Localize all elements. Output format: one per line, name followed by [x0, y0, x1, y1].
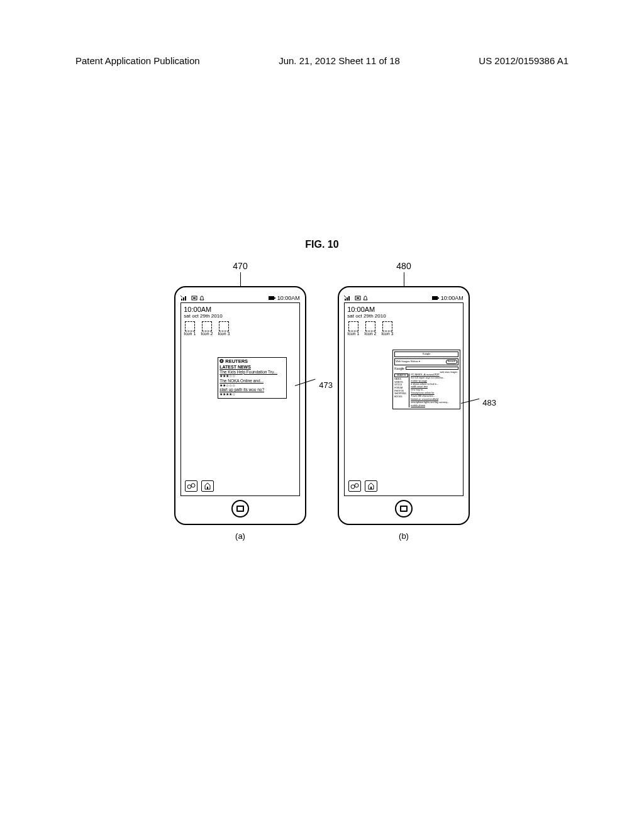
svg-point-11	[351, 485, 355, 489]
bell-icon	[363, 296, 368, 301]
device-a: 10:00AM 10:00AM sat oct 29th 2010 Icon 1…	[174, 286, 306, 525]
globe-icon: ❂	[219, 359, 224, 365]
header-right: US 2012/0159386 A1	[479, 55, 569, 66]
ref-label-a: 470	[233, 261, 247, 271]
dock-icon-2[interactable]	[201, 480, 214, 492]
app-icon-1[interactable]: Icon 1	[347, 321, 359, 336]
search-button[interactable]: Search	[446, 360, 458, 364]
svg-rect-9	[432, 296, 438, 300]
device-a-wrap: 470 10:00AM	[174, 261, 306, 541]
app-icon-row: Icon 1 Icon 2 Icon 3	[347, 321, 460, 336]
wifi-icon	[191, 296, 197, 301]
status-bar: 10:00AM	[180, 295, 300, 301]
dock-icon-1[interactable]	[348, 480, 361, 492]
app-icon-1[interactable]: Icon 1	[184, 321, 196, 336]
svg-point-5	[191, 484, 195, 487]
home-date: sat oct 29th 2010	[347, 313, 460, 319]
svg-rect-1	[193, 297, 196, 299]
home-screen-a: 10:00AM sat oct 29th 2010 Icon 1 Icon 2 …	[180, 302, 300, 496]
app-icon-3[interactable]: Icon 3	[381, 321, 393, 336]
svg-rect-6	[207, 487, 208, 489]
callout-473: 473	[319, 380, 333, 390]
sub-label-a: (a)	[235, 531, 245, 541]
home-clock: 10:00AM	[184, 306, 297, 313]
search-left-col: SEARCH NEWS VIDEOS STOCK FORUM PHOTOS SH…	[394, 374, 409, 407]
rss-widget[interactable]: ❂REUTERS LATEST NEWS The Kids Help Found…	[218, 357, 287, 399]
svg-rect-10	[438, 297, 439, 299]
home-clock: 10:00AM	[347, 306, 460, 313]
header-center: Jun. 21, 2012 Sheet 11 of 18	[279, 55, 400, 66]
device-b-wrap: 480 10:00AM	[338, 261, 470, 541]
search-results: PC NEWS - A revised PDP the full report …	[409, 374, 458, 407]
figure-area: 470 10:00AM	[0, 261, 644, 541]
status-time: 10:00AM	[277, 295, 300, 301]
svg-rect-3	[274, 297, 275, 299]
status-right: 10:00AM	[269, 295, 300, 301]
app-icon-3[interactable]: Icon 3	[218, 321, 230, 336]
signal-icon	[180, 296, 189, 301]
search-brand: Koogle	[394, 367, 404, 370]
news-item[interactable]: The Kids Help Foundation Tru...	[219, 370, 285, 374]
search-top-bar: Koogle	[394, 351, 458, 357]
lead-line-a	[240, 272, 241, 286]
home-date: sat oct 29th 2010	[184, 313, 297, 319]
app-icon-2[interactable]: Icon 2	[364, 321, 376, 336]
status-bar: 10:00AM	[344, 295, 464, 301]
wifi-icon	[355, 296, 361, 301]
search-input[interactable]	[406, 367, 458, 370]
svg-point-12	[355, 484, 358, 487]
home-screen-b: 10:00AM sat oct 29th 2010 Icon 1 Icon 2 …	[344, 302, 464, 496]
app-icon-row: Icon 1 Icon 2 Icon 3	[184, 321, 297, 336]
figure-title: FIG. 10	[0, 239, 644, 250]
dock	[348, 480, 377, 492]
result-link[interactable]: mobile phone	[411, 404, 458, 407]
ref-label-b: 480	[396, 261, 411, 271]
rating: ★★★★☆	[219, 392, 285, 397]
bell-icon	[199, 296, 204, 301]
news-item[interactable]: start up path its woo no?	[219, 387, 285, 392]
svg-rect-2	[269, 296, 274, 300]
device-b: 10:00AM 10:00AM sat oct 29th 2010 Icon 1…	[338, 286, 470, 525]
status-right: 10:00AM	[432, 295, 464, 301]
app-icon-2[interactable]: Icon 2	[201, 321, 213, 336]
search-widget[interactable]: Koogle Web Images Videos ▾ Search Koogle…	[392, 350, 460, 409]
search-tabs[interactable]: Web Images Videos ▾	[396, 360, 420, 363]
home-button[interactable]	[231, 500, 249, 517]
widget-subtitle: LATEST NEWS	[219, 365, 285, 370]
header-left: Patent Application Publication	[75, 55, 200, 66]
sub-label-b: (b)	[399, 531, 409, 541]
svg-rect-8	[357, 297, 359, 299]
callout-483: 483	[482, 398, 496, 407]
rating: ★★☆☆☆	[219, 384, 285, 388]
signal-icon	[344, 296, 353, 301]
battery-icon	[269, 296, 276, 301]
search-brand-small: Koogle	[396, 353, 457, 356]
status-time: 10:00AM	[441, 295, 464, 301]
news-item[interactable]: The NOKA Online and...	[219, 379, 285, 383]
battery-icon	[432, 296, 440, 301]
dock	[185, 480, 214, 492]
svg-rect-13	[370, 487, 372, 489]
home-button[interactable]	[395, 500, 413, 517]
svg-point-4	[187, 485, 191, 489]
rating: ★★★☆☆	[219, 374, 285, 379]
dock-icon-1[interactable]	[185, 480, 197, 492]
lead-line-b	[404, 272, 404, 286]
page-header: Patent Application Publication Jun. 21, …	[0, 55, 644, 66]
dock-icon-2[interactable]	[365, 480, 377, 492]
